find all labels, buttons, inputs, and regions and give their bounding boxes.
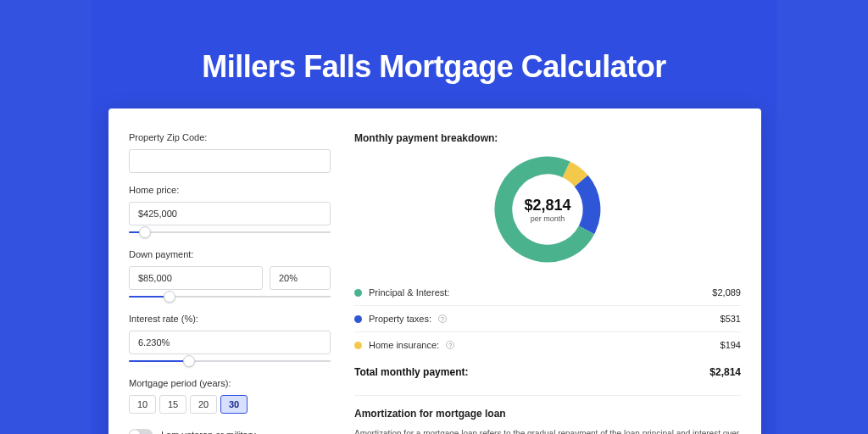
home-price-slider-thumb[interactable] [139,226,151,238]
amortization-section: Amortization for mortgage loan Amortizat… [354,395,741,434]
calculator-card: Property Zip Code: Home price: Down paym… [108,108,761,434]
zip-label: Property Zip Code: [129,132,331,142]
down-payment-amount-input[interactable] [129,266,263,290]
help-icon[interactable]: ? [446,341,454,349]
page-title: Millers Falls Mortgage Calculator [0,49,868,85]
total-row: Total monthly payment: $2,814 [354,358,741,392]
legend-value-pi: $2,089 [712,287,741,298]
total-value: $2,814 [709,366,741,378]
veteran-label: I am veteran or military [161,430,256,434]
donut-center-value: $2,814 [524,197,570,214]
inputs-column: Property Zip Code: Home price: Down paym… [129,132,331,434]
page-root: Millers Falls Mortgage Calculator Proper… [0,0,868,434]
amortization-title: Amortization for mortgage loan [354,408,741,420]
legend-value-ins: $194 [721,340,741,350]
mortgage-period-option-20[interactable]: 20 [190,395,217,414]
down-payment-pct-input[interactable] [270,266,331,290]
home-price-slider[interactable] [129,227,331,237]
donut-center: $2,814 per month [492,154,603,264]
interest-rate-input[interactable] [129,331,331,354]
down-payment-slider[interactable] [129,292,331,302]
legend-list: Principal & Interest:$2,089Property taxe… [354,280,741,358]
zip-input[interactable] [129,149,331,173]
down-payment-field: Down payment: [129,249,331,302]
amortization-text: Amortization for a mortgage loan refers … [354,428,741,434]
interest-rate-slider-thumb[interactable] [183,355,195,367]
mortgage-period-option-10[interactable]: 10 [129,395,156,414]
mortgage-period-options: 10152030 [129,395,331,414]
legend-label-tax: Property taxes: [369,314,431,324]
legend-row-pi: Principal & Interest:$2,089 [354,280,741,305]
down-payment-label: Down payment: [129,249,331,259]
interest-rate-field: Interest rate (%): [129,314,331,366]
breakdown-title: Monthly payment breakdown: [354,132,741,144]
legend-label-pi: Principal & Interest: [369,287,449,298]
mortgage-period-field: Mortgage period (years): 10152030 [129,378,331,414]
legend-dot-pi [354,289,362,297]
legend-dot-ins [354,342,362,349]
legend-label-ins: Home insurance: [369,340,439,350]
legend-row-ins: Home insurance:?$194 [354,332,741,358]
mortgage-period-label: Mortgage period (years): [129,378,331,388]
home-price-field: Home price: [129,185,331,237]
legend-dot-tax [354,315,362,323]
mortgage-period-option-15[interactable]: 15 [159,395,186,414]
veteran-row: I am veteran or military [129,429,331,434]
total-label: Total monthly payment: [354,366,468,378]
zip-field: Property Zip Code: [129,132,331,173]
home-price-label: Home price: [129,185,331,195]
toggle-knob [130,430,140,434]
breakdown-column: Monthly payment breakdown: $2,814 per mo… [354,132,741,434]
down-payment-slider-thumb[interactable] [164,291,175,303]
interest-rate-slider[interactable] [129,356,331,366]
donut-chart: $2,814 per month [492,154,603,264]
home-price-input[interactable] [129,202,331,225]
donut-center-sub: per month [531,214,565,223]
veteran-toggle[interactable] [129,429,153,434]
legend-value-tax: $531 [721,314,741,324]
donut-chart-wrap: $2,814 per month [354,154,741,264]
mortgage-period-option-30[interactable]: 30 [220,395,248,414]
interest-rate-label: Interest rate (%): [129,314,331,324]
help-icon[interactable]: ? [438,314,447,323]
legend-row-tax: Property taxes:?$531 [354,306,741,331]
